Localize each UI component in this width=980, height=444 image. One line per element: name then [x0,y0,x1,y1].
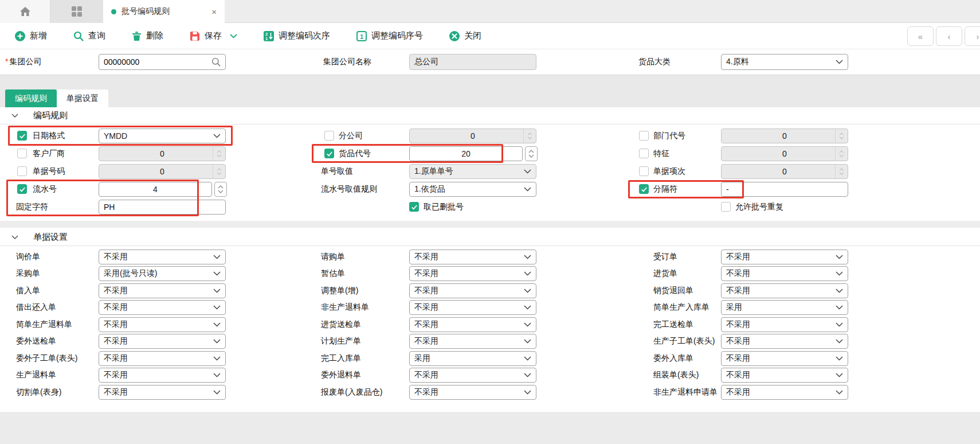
home-tab-button[interactable] [0,0,50,23]
doc-select[interactable]: 不采用 [721,368,848,383]
doc-select[interactable]: 不采用 [99,351,226,366]
doc-select[interactable]: 不采用 [409,266,536,281]
feature-checkbox[interactable] [639,149,649,158]
doc-select[interactable]: 不采用 [721,250,848,264]
company-name-value: 总公司 [414,57,438,67]
doc-select[interactable]: 不采用 [409,300,536,315]
doc-select[interactable]: 不采用 [409,385,536,400]
doc-select[interactable]: 采用(批号只读) [99,266,226,281]
date-format-checkbox[interactable] [17,131,27,141]
doc-row: 请购单 不采用 [315,248,562,266]
serial-rule-select[interactable]: 1.依货品 [409,182,536,197]
rule-row-item-code: 货品代号 20 [315,145,562,162]
item-code-checkbox[interactable] [324,149,334,158]
category-value: 4.原料 [726,57,836,67]
doc-settings-section-header[interactable]: 单据设置 [0,229,980,246]
customer-checkbox[interactable] [17,149,27,158]
save-button[interactable]: 保存 [190,30,237,41]
tab-doc-settings[interactable]: 单据设置 [57,89,108,107]
doc-no-number-field: 0 [99,164,226,179]
use-deleted-checkbox[interactable] [409,202,419,212]
doc-select[interactable]: 不采用 [409,317,536,332]
item-code-number-input[interactable]: 20 [409,146,523,161]
rule-row-use-deleted: 取已删批号 [409,198,562,216]
separator-input[interactable] [721,182,848,197]
company-name-label: 集团公司名称 [323,57,371,67]
serial-checkbox[interactable] [17,184,27,194]
doc-select[interactable]: 不采用 [721,266,848,281]
group-company-value[interactable] [104,57,211,67]
chevron-down-icon [213,289,221,293]
doc-select[interactable]: 不采用 [99,283,226,298]
apps-grid-tab-button[interactable] [50,0,103,23]
doc-select[interactable]: 采用 [721,300,848,315]
rule-row-serial-rule: 流水号取值规则 1.依货品 [315,180,562,198]
fixed-char-input[interactable] [99,200,226,215]
doc-row: 完工入库单 采用 [315,350,562,367]
group-company-label: *集团公司 [5,57,41,67]
doc-select[interactable]: 不采用 [409,283,536,298]
doc-row: 简单生产退料单 不采用 [8,316,254,333]
doc-select[interactable]: 不采用 [721,283,848,298]
doc-select[interactable]: 采用 [409,351,536,366]
category-select[interactable]: 4.原料 [721,54,848,70]
doc-select[interactable]: 不采用 [99,368,226,383]
collapse-chevron-icon[interactable] [11,235,18,239]
collapse-chevron-icon[interactable] [11,114,18,118]
separator-checkbox[interactable] [639,184,649,194]
doc-label: 销货退回单 [630,286,721,296]
feature-number-field: 0 [721,146,848,161]
rule-row-doc-no: 单据号码 0 [8,162,254,180]
coding-rules-section-header[interactable]: 编码规则 [0,107,980,124]
delete-button[interactable]: 删除 [132,30,163,41]
doc-select[interactable]: 不采用 [99,317,226,332]
serial-number-input[interactable]: 4 [99,182,212,197]
doc-select[interactable]: 不采用 [99,385,226,400]
chevron-down-icon [213,305,221,310]
pager-next-button[interactable]: › [965,26,980,46]
close-button[interactable]: 关闭 [449,30,481,41]
doc-select[interactable]: 不采用 [409,250,536,264]
doc-row: 计划生产单 不采用 [315,333,562,350]
query-button[interactable]: 查询 [73,30,105,41]
doc-select[interactable]: 不采用 [721,317,848,332]
doc-select[interactable]: 不采用 [99,250,226,264]
doc-row: 非生产退料单 不采用 [315,299,562,317]
doc-select[interactable]: 不采用 [99,300,226,315]
new-button[interactable]: 新增 [15,30,47,41]
tab-coding-rules[interactable]: 编码规则 [5,89,57,107]
doc-row: 生产退料单 不采用 [8,367,254,384]
rule-row-feature: 特征 0 [630,145,877,162]
adjust-code-order-button[interactable]: 21 调整编码次序 [264,30,330,41]
doc-select[interactable]: 不采用 [721,351,848,366]
group-company-input[interactable] [99,54,226,70]
save-dropdown-chevron-icon[interactable] [230,34,237,38]
doc-select[interactable]: 不采用 [721,334,848,349]
doc-select[interactable]: 不采用 [721,385,848,400]
lookup-search-icon[interactable] [211,57,221,67]
doc-select[interactable]: 不采用 [99,334,226,349]
doc-item-checkbox[interactable] [639,166,649,176]
rule-row-dept: 部门代号 0 [630,127,877,145]
item-code-spinner[interactable] [525,146,538,161]
doc-no-checkbox[interactable] [17,166,27,176]
adjust-code-seq-button[interactable]: 1 调整编码序号 [356,30,423,41]
doc-source-select[interactable]: 1.原单单号 [409,164,536,179]
pager-first-button[interactable]: « [907,26,934,46]
branch-checkbox[interactable] [324,131,334,141]
dept-checkbox[interactable] [639,131,649,141]
doc-select[interactable]: 不采用 [409,334,536,349]
tab-close-icon[interactable]: × [211,7,217,17]
doc-label: 报废单(入废品仓) [315,387,409,398]
chevron-down-icon [213,271,221,276]
tab-batch-coding-rules[interactable]: 批号编码规则 × [103,0,225,23]
date-format-select[interactable]: YMDD [99,128,226,143]
doc-row: 销货退回单 不采用 [630,282,877,299]
doc-label: 生产子工单(表头) [630,336,721,346]
chevron-down-icon [836,271,843,276]
serial-spinner[interactable] [214,182,227,197]
doc-select[interactable]: 不采用 [409,368,536,383]
fixed-char-label: 固定字符 [16,202,99,212]
pager-prev-button[interactable]: ‹ [936,26,962,46]
allow-dup-checkbox[interactable] [721,202,731,212]
